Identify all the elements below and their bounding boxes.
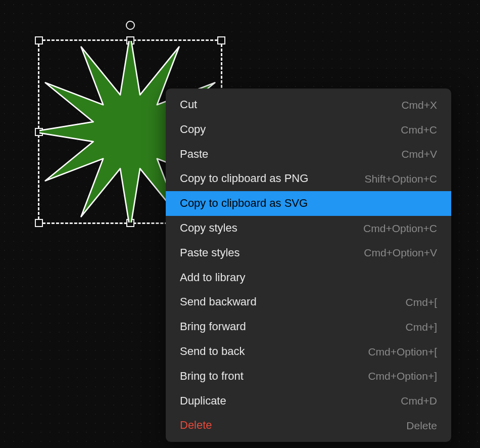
menu-item-send-to-back[interactable]: Send to backCmd+Option+[ bbox=[166, 339, 451, 364]
canvas[interactable]: CutCmd+XCopyCmd+CPasteCmd+VCopy to clipb… bbox=[0, 0, 480, 448]
menu-item-label: Paste bbox=[180, 147, 208, 162]
menu-item-shortcut: Cmd+C bbox=[401, 122, 437, 137]
menu-item-shortcut: Cmd+X bbox=[401, 98, 437, 112]
menu-item-shortcut: Cmd+D bbox=[401, 393, 437, 408]
rotate-handle[interactable] bbox=[126, 21, 135, 30]
menu-item-paste[interactable]: PasteCmd+V bbox=[166, 142, 451, 167]
menu-item-duplicate[interactable]: DuplicateCmd+D bbox=[166, 389, 451, 414]
menu-item-copy[interactable]: CopyCmd+C bbox=[166, 117, 451, 142]
menu-item-shortcut: Cmd+Option+[ bbox=[368, 344, 437, 359]
menu-item-label: Add to library bbox=[180, 270, 246, 286]
menu-item-label: Bring forward bbox=[180, 319, 246, 335]
resize-handle-nw[interactable] bbox=[35, 36, 43, 44]
resize-handle-n[interactable] bbox=[126, 36, 134, 44]
menu-item-paste-styles[interactable]: Paste stylesCmd+Option+V bbox=[166, 241, 451, 265]
resize-handle-s[interactable] bbox=[126, 219, 134, 227]
menu-item-label: Bring to front bbox=[180, 369, 244, 384]
resize-handle-sw[interactable] bbox=[35, 219, 43, 227]
menu-item-shortcut: Cmd+Option+] bbox=[368, 369, 437, 383]
menu-item-shortcut: Delete bbox=[406, 418, 437, 433]
menu-item-shortcut: Cmd+] bbox=[406, 320, 437, 334]
menu-item-shortcut: Cmd+V bbox=[401, 147, 437, 161]
menu-item-label: Copy bbox=[180, 122, 206, 138]
resize-handle-w[interactable] bbox=[35, 128, 43, 136]
menu-item-shortcut: Cmd+[ bbox=[406, 295, 437, 309]
menu-item-copy-to-clipboard-as-svg[interactable]: Copy to clipboard as SVG bbox=[166, 191, 451, 216]
menu-item-cut[interactable]: CutCmd+X bbox=[166, 93, 451, 117]
menu-item-bring-to-front[interactable]: Bring to frontCmd+Option+] bbox=[166, 364, 451, 389]
menu-item-label: Copy to clipboard as SVG bbox=[180, 196, 308, 211]
menu-item-label: Duplicate bbox=[180, 393, 226, 409]
menu-item-label: Cut bbox=[180, 97, 197, 113]
menu-item-label: Paste styles bbox=[180, 245, 240, 261]
menu-item-add-to-library[interactable]: Add to library bbox=[166, 265, 451, 290]
menu-item-delete[interactable]: DeleteDelete bbox=[166, 413, 451, 438]
menu-item-label: Delete bbox=[180, 418, 212, 433]
menu-item-copy-styles[interactable]: Copy stylesCmd+Option+C bbox=[166, 216, 451, 241]
menu-item-label: Send backward bbox=[180, 294, 257, 310]
menu-item-label: Send to back bbox=[180, 344, 245, 360]
menu-item-bring-forward[interactable]: Bring forwardCmd+] bbox=[166, 315, 451, 339]
menu-item-copy-to-clipboard-as-png[interactable]: Copy to clipboard as PNGShift+Option+C bbox=[166, 166, 451, 191]
resize-handle-ne[interactable] bbox=[217, 36, 225, 44]
menu-item-label: Copy to clipboard as PNG bbox=[180, 171, 308, 187]
menu-item-shortcut: Shift+Option+C bbox=[364, 171, 437, 186]
menu-item-shortcut: Cmd+Option+C bbox=[363, 221, 437, 236]
context-menu: CutCmd+XCopyCmd+CPasteCmd+VCopy to clipb… bbox=[166, 88, 451, 442]
menu-item-send-backward[interactable]: Send backwardCmd+[ bbox=[166, 290, 451, 315]
menu-item-shortcut: Cmd+Option+V bbox=[364, 245, 437, 260]
menu-item-label: Copy styles bbox=[180, 220, 237, 236]
